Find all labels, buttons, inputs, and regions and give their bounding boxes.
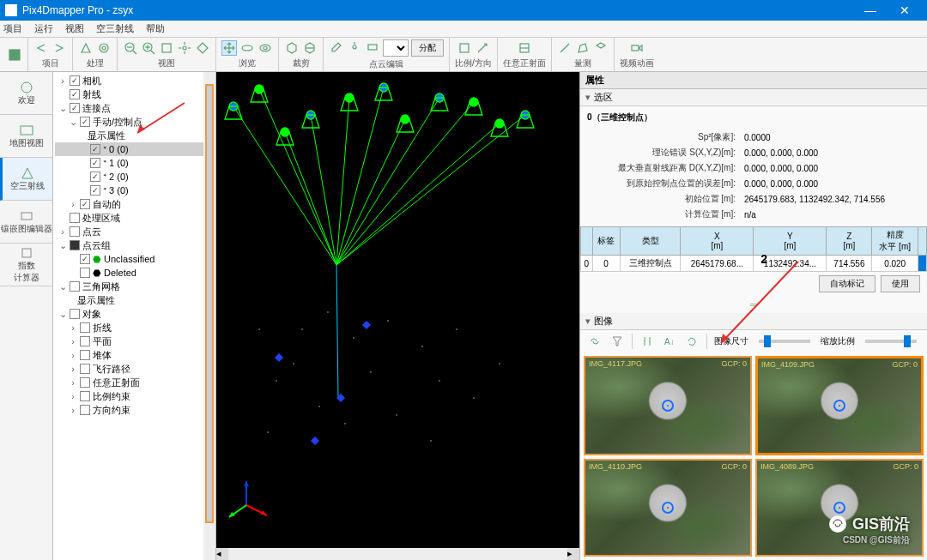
thumbnail-2[interactable]: IMG_4110.JPGGCP: 0 [584,459,752,557]
svg-point-75 [258,328,260,330]
tab-welcome[interactable]: 欢迎 [0,72,52,115]
tree-item-point-1[interactable]: ᐩ 1 (0) [55,156,214,170]
gcp-marker-icon [833,502,845,514]
tab-rays[interactable]: 空三射线 [0,158,52,201]
minimize-button[interactable]: — [853,3,888,17]
auto-mark-button[interactable]: 自动标记 [819,275,876,292]
pan-icon[interactable] [221,40,237,56]
sort-icon[interactable] [639,334,655,349]
svg-point-60 [353,337,354,339]
svg-rect-30 [632,45,639,51]
orbit-icon[interactable] [239,40,255,56]
eye-icon[interactable] [258,40,273,56]
check-tie[interactable] [70,103,80,113]
refresh-icon[interactable] [684,334,700,349]
size-slider[interactable] [759,340,810,343]
svg-point-1 [100,44,108,52]
props-table: Sp²[像素]:0.0000 理论错误 S(X,Y,Z)[m]:0.000, 0… [587,129,920,223]
measure-line-icon[interactable] [557,40,573,56]
svg-line-42 [336,98,439,265]
svg-point-11 [183,46,186,50]
menu-project[interactable]: 项目 [3,22,22,35]
svg-point-61 [293,363,294,364]
tree-item-point-3[interactable]: ᐩ 3 (0) [55,184,214,197]
viewport-hscroll[interactable]: ◂▸ [216,548,579,560]
zoom-slider[interactable] [865,340,917,343]
svg-line-26 [478,44,487,52]
link-icon[interactable] [587,334,603,349]
gcp-marker-icon [833,400,845,412]
redo-icon[interactable] [52,40,67,56]
toolbar-video-label: 视频动画 [620,57,654,69]
menu-rays[interactable]: 空三射线 [96,22,134,35]
toolbar-browse-label: 浏览 [239,57,256,69]
toolbar-process-label: 处理 [87,57,104,69]
gcp-table[interactable]: 标签类型 X [m]Y [m] Z [m]精度 水平 [m] 00三维控制点 2… [580,226,927,272]
tab-calc[interactable]: 指数 计算器 [0,244,52,286]
menu-help[interactable]: 帮助 [146,22,165,35]
ortho-icon[interactable] [517,40,532,56]
svg-line-37 [285,132,336,265]
toolbar-clip-label: 裁剪 [293,57,310,69]
svg-point-72 [473,397,475,399]
tab-map[interactable]: 地图视图 [0,115,52,158]
direction-icon[interactable] [475,40,490,56]
svg-point-70 [267,431,269,433]
fit-icon[interactable] [159,40,174,56]
table-row[interactable]: 00三维控制点 2645179.68...1132492.34...714.55… [581,256,927,272]
images-header[interactable]: ▾图像 [580,313,927,330]
layer-tree[interactable]: 1 ›相机 射线 ⌄连接点 ⌄手动/控制点 显示属性 ᐩ 0 (0) ᐩ 1 (… [53,72,216,560]
zoom-out-icon[interactable] [123,40,138,56]
menu-view[interactable]: 视图 [65,22,84,35]
vertical-tabs: 欢迎 地图视图 空三射线 镶嵌图编辑器 指数 计算器 [0,72,53,560]
sort-az-icon[interactable]: A↓ [662,334,677,349]
gcp-marker-icon [662,502,674,514]
classification-select[interactable]: Unclassified [383,39,409,57]
svg-line-43 [336,102,474,265]
center-icon[interactable] [177,40,192,56]
gear-icon[interactable] [96,40,112,56]
layers-icon[interactable] [365,39,380,55]
scale-handle[interactable]: ═ [580,296,927,313]
clip-box-icon[interactable] [284,40,300,56]
toolbar-pce-label: 点云编辑 [369,58,403,70]
svg-rect-33 [21,213,32,220]
clip-icon[interactable] [302,40,318,56]
svg-point-65 [370,371,372,373]
tree-item-point-0[interactable]: ᐩ 0 (0) [55,142,214,156]
undo-icon[interactable] [33,40,49,56]
close-button[interactable]: ✕ [888,3,922,17]
properties-header: 属性 [580,72,927,89]
svg-point-69 [396,414,397,416]
process-icon[interactable] [78,40,94,56]
selection-header[interactable]: ▾选区 [580,89,927,106]
edit-icon[interactable] [329,39,344,55]
measure-area-icon[interactable] [575,40,591,56]
assign-button[interactable]: 分配 [411,39,444,57]
thumbnail-0[interactable]: IMG_4117.JPGGCP: 0 [584,356,752,455]
thumbnail-1[interactable]: IMG_4109.JPGGCP: 0 [755,356,924,455]
tab-mosaic[interactable]: 镶嵌图编辑器 [0,201,52,244]
menu-run[interactable]: 运行 [34,22,53,35]
svg-rect-34 [22,249,31,257]
svg-point-68 [344,423,346,425]
svg-rect-0 [9,50,20,60]
tree-scrollbar[interactable] [203,72,215,560]
svg-point-74 [456,328,457,330]
app-icon [5,4,17,16]
check-manual[interactable] [80,117,90,127]
3d-viewport[interactable]: ◂▸ [216,72,579,560]
filter-icon[interactable] [609,334,625,349]
check-camera[interactable] [70,75,80,86]
tree-item-point-2[interactable]: ᐩ 2 (0) [55,170,214,184]
video-icon[interactable] [629,40,645,56]
scale-icon[interactable] [457,40,472,56]
check-auto[interactable] [80,199,90,209]
add-point-icon[interactable] [347,39,362,55]
svg-line-41 [336,119,405,265]
zoom-in-icon[interactable] [141,40,156,56]
check-ray[interactable] [70,89,80,99]
measure-vol-icon[interactable] [593,40,609,56]
top-view-icon[interactable] [195,40,210,56]
use-button[interactable]: 使用 [881,275,920,292]
